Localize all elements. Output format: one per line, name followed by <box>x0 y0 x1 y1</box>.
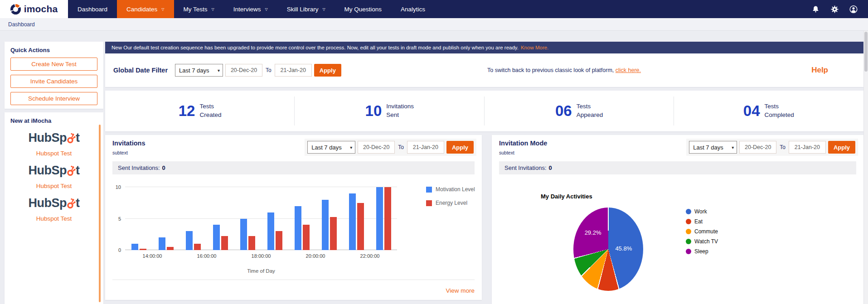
nav-item-analytics[interactable]: Analytics <box>391 0 435 18</box>
from-date-input[interactable] <box>225 64 262 77</box>
bar-group <box>125 187 152 250</box>
sidebar-scrollbar-thumb[interactable] <box>99 125 101 302</box>
schedule-interview-button[interactable]: Schedule Interview <box>10 92 97 105</box>
create-new-test-button[interactable]: Create New Test <box>10 58 97 71</box>
global-date-filter-controls: Last 7 days ▾ To Apply <box>175 64 341 77</box>
global-date-filter-label: Global Date Filter <box>113 67 168 74</box>
view-more-link[interactable]: View more <box>446 287 475 294</box>
click-here-link[interactable]: click here. <box>616 67 641 73</box>
hubspot-sprocket-icon <box>67 197 76 209</box>
hubspot-sprocket-icon <box>67 164 76 177</box>
imocha-logo-icon <box>10 4 21 14</box>
bar-group <box>315 187 343 250</box>
to-date-input[interactable] <box>789 141 826 154</box>
stat-tests-created: 12 TestsCreated <box>105 91 295 131</box>
invitations-title: Invitations <box>112 140 145 147</box>
to-date-input[interactable] <box>275 64 312 77</box>
nav-item-dashboard[interactable]: Dashboard <box>68 0 117 18</box>
nav-item-skill-library[interactable]: Skill Library▽ <box>277 0 335 18</box>
invitations-panel: Invitations subtext Last 7 days ▾ To App… <box>105 135 482 300</box>
legend-dot <box>686 249 691 254</box>
bar-group <box>152 187 179 250</box>
legend-item-commute[interactable]: Commute <box>686 228 718 235</box>
bar-chart-plot: 051014:00:0016:00:0018:00:0020:00:0022:0… <box>125 187 397 250</box>
chevron-down-icon: ▽ <box>161 7 164 11</box>
page-scrollbar-thumb[interactable] <box>864 32 868 72</box>
apply-button[interactable]: Apply <box>314 64 341 77</box>
legend-dot <box>686 209 691 214</box>
pie-chart-title: My Daily Activities <box>541 193 592 200</box>
hubspot-test-link[interactable]: Hubspot Test <box>10 150 97 157</box>
breadcrumb[interactable]: Dashboard <box>8 21 35 28</box>
list-item[interactable]: HubSpt Hubspot Test <box>10 164 97 189</box>
hubspot-test-link[interactable]: Hubspot Test <box>10 215 97 222</box>
date-range-select[interactable]: Last 7 days ▾ <box>307 141 355 154</box>
notifications-bell-icon[interactable] <box>811 5 820 14</box>
legend-item-work[interactable]: Work <box>686 208 718 215</box>
know-more-link[interactable]: Know More. <box>521 45 548 50</box>
banner-text: New Our default test creation sequence h… <box>112 45 519 50</box>
chevron-down-icon: ▽ <box>212 7 214 11</box>
to-label: To <box>780 144 786 150</box>
imocha-logo-text: imocha <box>24 4 58 14</box>
chevron-down-icon: ▽ <box>265 7 267 11</box>
divider <box>112 280 475 280</box>
page-scrollbar[interactable] <box>863 31 868 304</box>
legend-swatch <box>426 187 432 193</box>
sent-invitations-count: 0 <box>549 164 552 171</box>
bar-group <box>207 187 234 250</box>
date-range-select[interactable]: Last 7 days ▾ <box>689 141 737 154</box>
to-label: To <box>398 144 404 150</box>
nav-item-candidates[interactable]: Candidates▽ <box>117 0 174 18</box>
hubspot-logo: HubSpt <box>10 164 97 177</box>
quick-actions-card: Quick Actions Create New Test Invite Can… <box>5 42 103 109</box>
apply-button[interactable]: Apply <box>446 141 474 154</box>
nav-item-interviews[interactable]: Interviews▽ <box>224 0 277 18</box>
from-date-input[interactable] <box>739 141 776 154</box>
settings-gear-icon[interactable] <box>830 5 839 14</box>
help-link[interactable]: Help <box>811 66 828 75</box>
hubspot-sprocket-icon <box>67 132 76 144</box>
chevron-down-icon: ▾ <box>350 145 352 150</box>
nav-right-icons <box>811 0 868 18</box>
invite-candidates-button[interactable]: Invite Candidates <box>10 75 97 88</box>
global-date-filter-card: Global Date Filter Last 7 days ▾ To Appl… <box>105 53 863 87</box>
classic-look-text: To switch back to previous classic look … <box>487 67 641 73</box>
stat-tests-appeared: 06 TestsAppeared <box>485 91 674 131</box>
legend-item-watch-tv[interactable]: Watch TV <box>686 238 718 245</box>
bar-chart-legend: Motivation Level Energy Level <box>426 186 475 206</box>
bar-group <box>370 187 397 250</box>
imocha-logo[interactable]: imocha <box>0 0 68 18</box>
announcement-banner: New Our default test creation sequence h… <box>105 42 863 53</box>
nav-item-my-tests[interactable]: My Tests▽ <box>174 0 224 18</box>
legend-swatch <box>426 200 432 206</box>
date-range-select[interactable]: Last 7 days ▾ <box>175 64 223 77</box>
list-item[interactable]: HubSpt Hubspot Test <box>10 132 97 157</box>
legend-item-eat[interactable]: Eat <box>686 218 718 225</box>
new-at-imocha-title: New at iMocha <box>10 117 97 124</box>
sent-invitations-count: 0 <box>162 164 165 171</box>
stat-invitations-sent: 10 InvitationsSent <box>295 91 484 131</box>
invitations-subtext: subtext <box>112 150 128 155</box>
legend-item-motivation[interactable]: Motivation Level <box>426 186 475 193</box>
chevron-down-icon: ▽ <box>322 7 325 11</box>
breadcrumb-bar: Dashboard <box>0 18 868 31</box>
from-date-input[interactable] <box>358 141 395 154</box>
invitation-mode-subtext: subtext <box>499 150 514 155</box>
legend-item-energy[interactable]: Energy Level <box>426 200 475 206</box>
bar-group <box>261 187 288 250</box>
hubspot-test-link[interactable]: Hubspot Test <box>10 183 97 189</box>
nav-item-my-questions[interactable]: My Questions <box>335 0 392 18</box>
list-item[interactable]: HubSpt Hubspot Test <box>10 197 97 222</box>
sent-invitations-strip: Sent Invitations: 0 <box>499 161 856 174</box>
to-label: To <box>266 67 272 73</box>
legend-item-sleep[interactable]: Sleep <box>686 248 718 255</box>
to-date-input[interactable] <box>407 141 444 154</box>
invitations-date-filter: Last 7 days ▾ To Apply <box>305 139 476 156</box>
stat-tests-completed: 04 TestsCompleted <box>674 91 863 131</box>
apply-button[interactable]: Apply <box>828 141 855 154</box>
top-nav: imocha Dashboard Candidates▽ My Tests▽ I… <box>0 0 868 18</box>
pie-chart-legend: Work Eat Commute Watch TV Sleep <box>686 208 718 255</box>
user-profile-icon[interactable] <box>849 5 858 14</box>
bar-group <box>234 187 261 250</box>
